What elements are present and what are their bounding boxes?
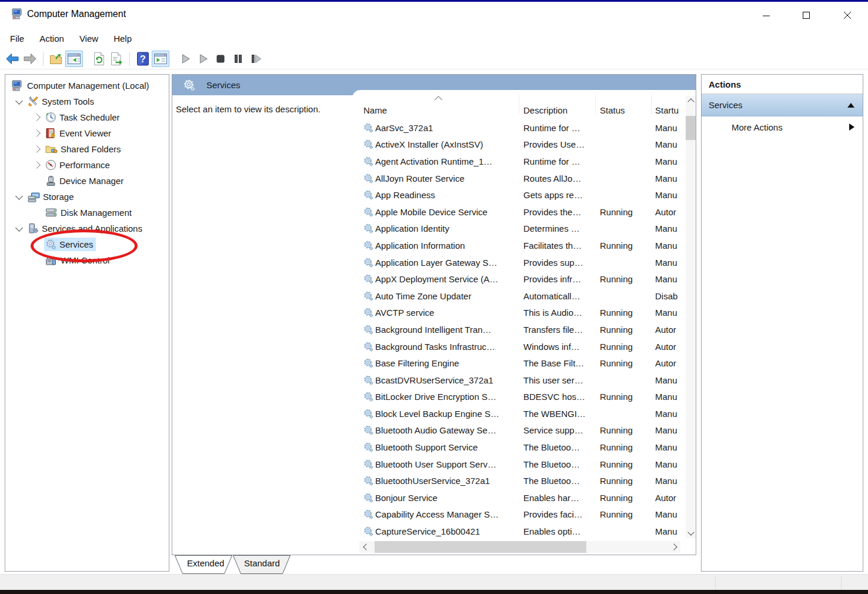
column-header-name[interactable]: Name xyxy=(363,105,387,115)
scroll-down-arrow[interactable] xyxy=(686,528,696,538)
start-service-button[interactable] xyxy=(176,51,194,67)
tree-item-content[interactable]: Services and Applications xyxy=(26,222,145,235)
service-row[interactable]: BluetoothUserService_372a1The Bluetoo…Ru… xyxy=(352,472,686,489)
tree-item-content[interactable]: Disk Management xyxy=(44,206,134,219)
column-header-status[interactable]: Status xyxy=(600,105,625,115)
column-header-description[interactable]: Description xyxy=(523,105,567,115)
service-row[interactable]: App ReadinessGets apps re…Manu xyxy=(352,186,686,203)
close-button[interactable] xyxy=(840,8,855,23)
tree-item-content[interactable]: Computer Management (Local) xyxy=(11,79,152,92)
actions-services-section[interactable]: Services xyxy=(702,94,863,116)
menu-help[interactable]: Help xyxy=(106,30,139,47)
horizontal-scrollbar[interactable] xyxy=(359,541,680,553)
service-row[interactable]: Application Layer Gateway S…Provides sup… xyxy=(352,254,686,271)
chevron-collapsed-icon[interactable] xyxy=(29,131,44,136)
menu-action[interactable]: Action xyxy=(32,30,72,47)
scroll-right-arrow[interactable] xyxy=(669,541,680,553)
tree-item-wmi-control[interactable]: WMI Control xyxy=(5,252,169,268)
tree-item-disk-management[interactable]: Disk Management xyxy=(5,205,169,221)
tree-item-device-manager[interactable]: Device Manager xyxy=(5,173,169,189)
restart-service-button[interactable] xyxy=(247,51,265,67)
tree-item-content[interactable]: Task Scheduler xyxy=(44,111,122,124)
service-row[interactable]: Bluetooth User Support Serv…The Bluetoo…… xyxy=(352,456,686,473)
tab-extended[interactable]: Extended xyxy=(187,558,224,568)
column-divider[interactable] xyxy=(519,95,519,115)
service-gear-icon xyxy=(363,358,375,368)
stop-service-button[interactable] xyxy=(212,51,229,67)
minimize-button[interactable] xyxy=(759,8,774,23)
tree-item-content[interactable]: WMI Control xyxy=(44,254,112,267)
forward-button[interactable] xyxy=(21,51,39,67)
tree-item-services-and-applications[interactable]: Services and Applications xyxy=(5,221,169,236)
export-list-button[interactable] xyxy=(108,51,125,67)
back-button[interactable] xyxy=(4,51,21,67)
tree-item-services[interactable]: Services xyxy=(5,236,169,252)
tree-item-content[interactable]: Services xyxy=(44,238,96,251)
tree-item-task-scheduler[interactable]: Task Scheduler xyxy=(5,109,169,125)
tree-item-content[interactable]: Event Viewer xyxy=(44,126,113,140)
tree-item-system-tools[interactable]: System Tools xyxy=(5,94,169,109)
chevron-expanded-icon[interactable] xyxy=(11,100,26,104)
service-row[interactable]: AllJoyn Router ServiceRoutes AllJo…Manu xyxy=(352,170,686,187)
service-row[interactable]: Agent Activation Runtime_1…Runtime for …… xyxy=(352,153,686,170)
tree-item-content[interactable]: System Tools xyxy=(26,95,96,108)
resume-service-button[interactable] xyxy=(194,51,212,67)
chevron-collapsed-icon[interactable] xyxy=(29,146,44,152)
show-console-tree-button[interactable] xyxy=(65,51,83,67)
service-row[interactable]: Background Tasks Infrastruc…Windows inf…… xyxy=(352,338,686,355)
tree-item-shared-folders[interactable]: Shared Folders xyxy=(5,141,169,157)
tree-item-content[interactable]: Shared Folders xyxy=(44,142,123,156)
service-row[interactable]: BitLocker Drive Encryption S…BDESVC hos…… xyxy=(352,389,686,406)
service-row[interactable]: CaptureService_16b00421Enables opti…Manu xyxy=(352,523,686,540)
vertical-scrollbar[interactable] xyxy=(686,96,696,538)
service-row[interactable]: Application IdentityDetermines …Manu xyxy=(352,221,686,238)
tree-item-performance[interactable]: Performance xyxy=(5,157,169,173)
menu-file[interactable]: File xyxy=(2,30,32,47)
column-divider[interactable] xyxy=(595,95,596,115)
service-row[interactable]: ActiveX Installer (AxInstSV)Provides Use… xyxy=(352,136,686,153)
service-row[interactable]: AarSvc_372a1Runtime for …Manu xyxy=(352,119,686,136)
service-row[interactable]: Bluetooth Audio Gateway Se…Service supp…… xyxy=(352,422,686,439)
service-row[interactable]: Capability Access Manager S…Provides fac… xyxy=(352,506,686,523)
chevron-expanded-icon[interactable] xyxy=(11,227,26,231)
service-row[interactable]: Application InformationFacilitates th…Ru… xyxy=(352,237,686,254)
maximize-button[interactable] xyxy=(799,8,814,23)
service-row[interactable]: AppX Deployment Service (A…Provides infr… xyxy=(352,271,686,288)
menu-view[interactable]: View xyxy=(72,30,106,47)
tree-item-event-viewer[interactable]: Event Viewer xyxy=(5,125,169,141)
column-divider[interactable] xyxy=(651,95,652,115)
up-one-level-button[interactable] xyxy=(48,51,65,67)
service-row[interactable]: Background Intelligent Tran…Transfers fi… xyxy=(352,321,686,338)
service-row[interactable]: Bluetooth Support ServiceThe Bluetoo…Run… xyxy=(352,439,686,456)
vertical-scrollbar-thumb[interactable] xyxy=(686,116,696,140)
service-row[interactable]: Bonjour ServiceEnables har…RunningAutor xyxy=(352,489,686,506)
more-actions-item[interactable]: More Actions xyxy=(702,116,863,138)
tree-item-content[interactable]: Device Manager xyxy=(44,174,126,188)
tree-item-storage[interactable]: Storage xyxy=(5,189,169,205)
service-row[interactable]: Apple Mobile Device ServiceProvides the…… xyxy=(352,203,686,221)
refresh-button[interactable] xyxy=(90,51,108,67)
service-description: Provides sup… xyxy=(523,258,600,268)
collapse-section-icon[interactable] xyxy=(847,103,854,108)
chevron-collapsed-icon[interactable] xyxy=(29,162,44,168)
show-action-pane-button[interactable] xyxy=(152,51,169,67)
chevron-collapsed-icon[interactable] xyxy=(29,115,44,120)
tab-standard[interactable]: Standard xyxy=(244,558,280,568)
service-row[interactable]: Block Level Backup Engine S…The WBENGI…M… xyxy=(352,405,686,422)
service-row[interactable]: BcastDVRUserService_372a1This user ser…M… xyxy=(352,372,686,389)
tree-item-computer-management-local[interactable]: Computer Management (Local) xyxy=(5,78,169,94)
chevron-expanded-icon[interactable] xyxy=(11,195,26,199)
horizontal-scrollbar-thumb[interactable] xyxy=(375,541,586,553)
scroll-left-arrow[interactable] xyxy=(359,541,371,553)
tree-item-content[interactable]: Performance xyxy=(44,158,112,172)
service-row[interactable]: Auto Time Zone UpdaterAutomaticall…Disab xyxy=(352,288,686,305)
service-name: AarSvc_372a1 xyxy=(375,123,523,133)
service-row[interactable]: Base Filtering EngineThe Base Filt…Runni… xyxy=(352,355,686,372)
service-description: Runtime for … xyxy=(523,123,600,133)
help-button[interactable]: ? xyxy=(134,51,152,67)
scroll-up-arrow[interactable] xyxy=(686,96,696,106)
column-header-startup-type[interactable]: Startu xyxy=(655,105,679,115)
service-row[interactable]: AVCTP serviceThis is Audio…RunningManu xyxy=(352,305,686,322)
pause-service-button[interactable] xyxy=(229,51,247,67)
tree-item-content[interactable]: Storage xyxy=(26,190,76,203)
